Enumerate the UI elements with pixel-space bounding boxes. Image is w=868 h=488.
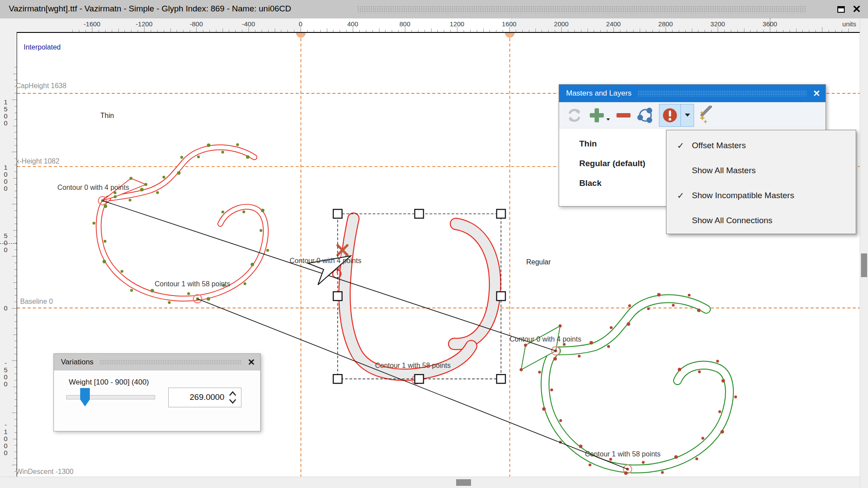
glyph-regular-master[interactable] (520, 299, 730, 473)
control-point-dot[interactable] (550, 388, 553, 391)
control-point-dot[interactable] (236, 143, 239, 146)
control-point-dot[interactable] (244, 282, 246, 285)
control-point-dot[interactable] (628, 304, 631, 307)
control-point-dot[interactable] (246, 155, 249, 159)
control-point-dot[interactable] (92, 222, 95, 224)
control-point-dot[interactable] (734, 395, 737, 398)
maximize-button[interactable] (835, 4, 847, 15)
close-button[interactable]: ✕ (850, 4, 863, 15)
control-point-dot[interactable] (559, 419, 562, 422)
variations-panel-close-button[interactable]: ✕ (248, 357, 255, 367)
control-point-dot[interactable] (128, 199, 131, 201)
menu-item-show-all-connections[interactable]: Show All Connections (666, 208, 856, 233)
horizontal-scrollbar[interactable] (0, 477, 860, 488)
origin-marker[interactable] (296, 33, 306, 38)
control-point-dot[interactable] (716, 360, 719, 362)
ruler-tick (12, 413, 17, 413)
control-point-dot[interactable] (624, 471, 627, 475)
control-point-dot[interactable] (542, 407, 546, 411)
control-point-dot[interactable] (207, 297, 210, 301)
control-point-dot[interactable] (266, 249, 269, 252)
spinner-arrows-icon[interactable] (227, 390, 238, 406)
ruler-number: 1 0 0 0 (0, 164, 11, 192)
control-point-dot[interactable] (103, 240, 106, 242)
control-point-dot[interactable] (610, 326, 613, 329)
menu-item-label: Offset Masters (692, 141, 746, 150)
control-point-dot[interactable] (163, 176, 165, 178)
control-point-dot[interactable] (140, 188, 144, 191)
control-point-dot[interactable] (588, 463, 591, 466)
control-point-dot[interactable] (609, 458, 612, 460)
show-incompatible-button[interactable] (659, 104, 681, 127)
control-point-dot[interactable] (251, 263, 254, 266)
control-point-dot[interactable] (104, 204, 107, 208)
control-point-dot[interactable] (113, 191, 116, 194)
magic-wand-button[interactable] (697, 104, 719, 127)
horizontal-scrollbar-thumb[interactable] (456, 479, 471, 486)
weight-slider-handle[interactable] (80, 388, 90, 406)
control-point-dot[interactable] (261, 209, 264, 212)
control-point-dot[interactable] (156, 191, 159, 194)
control-point-dot[interactable] (168, 301, 170, 304)
add-master-dropdown-arrow[interactable] (606, 118, 610, 121)
masters-panel-titlebar[interactable]: Masters and Layers ✕ (559, 85, 825, 102)
control-point-dot[interactable] (647, 307, 650, 310)
control-point-dot[interactable] (553, 357, 557, 360)
control-point-dot[interactable] (627, 322, 630, 326)
menu-item-offset-masters[interactable]: ✓ Offset Masters (666, 133, 856, 158)
control-point-dot[interactable] (718, 410, 721, 413)
control-point-dot[interactable] (221, 151, 224, 153)
control-point-dot[interactable] (563, 343, 566, 346)
control-point-dot[interactable] (657, 293, 661, 296)
control-point-dot[interactable] (698, 370, 701, 373)
remove-master-button[interactable] (613, 104, 634, 127)
masters-panel-close-button[interactable]: ✕ (813, 88, 820, 99)
control-point-dot[interactable] (103, 260, 106, 263)
control-point-dot[interactable] (187, 292, 190, 295)
control-point-dot[interactable] (197, 155, 200, 158)
control-point-dot[interactable] (701, 437, 704, 439)
add-master-button[interactable] (585, 104, 613, 127)
advance-width-marker[interactable] (505, 33, 514, 38)
window-titlebar[interactable]: Vazirmatn[wght].ttf - Vazirmatn - Simple… (0, 0, 868, 18)
menu-item-show-incompatible-masters[interactable]: ✓ Show Incompatible Masters (666, 183, 856, 208)
variations-panel-titlebar[interactable]: Variations ✕ (54, 354, 260, 370)
control-point-dot[interactable] (579, 445, 582, 448)
control-point-dot[interactable] (242, 210, 245, 213)
control-point-dot[interactable] (180, 156, 183, 159)
incompatible-dropdown-button[interactable] (681, 104, 694, 127)
ruler-tick (124, 30, 125, 32)
control-point-dot[interactable] (578, 355, 581, 357)
control-point-dot[interactable] (120, 270, 123, 273)
glyph-interpolated-selected[interactable] (333, 219, 495, 384)
control-point-dot[interactable] (661, 471, 664, 474)
control-point-dot[interactable] (538, 371, 541, 374)
control-point-dot[interactable] (642, 461, 645, 463)
control-point-dot[interactable] (688, 294, 691, 296)
control-point-dot[interactable] (722, 379, 725, 383)
regular-contour0-quad[interactable] (521, 326, 560, 370)
control-point-dot[interactable] (672, 304, 674, 306)
weight-value-spinbox[interactable]: 269.0000 (168, 388, 241, 407)
control-point-dot[interactable] (589, 341, 593, 345)
control-point-dot[interactable] (150, 289, 154, 292)
control-point-dot[interactable] (697, 309, 701, 312)
control-point-dot[interactable] (259, 229, 262, 232)
menu-item-show-all-masters[interactable]: Show All Masters (666, 158, 856, 183)
control-point-dot[interactable] (678, 368, 681, 371)
control-point-dot[interactable] (221, 210, 224, 213)
vertical-scrollbar[interactable] (860, 18, 868, 488)
ruler-tick (483, 28, 484, 32)
weight-slider-track[interactable] (66, 395, 155, 399)
vertical-scrollbar-thumb[interactable] (861, 253, 867, 277)
control-point-dot[interactable] (607, 345, 610, 348)
glyph-thin-master[interactable] (98, 147, 266, 303)
connections-button[interactable] (634, 104, 656, 127)
control-point-dot[interactable] (130, 289, 133, 292)
control-point-dot[interactable] (674, 455, 678, 459)
control-point-dot[interactable] (177, 171, 181, 175)
refresh-masters-button[interactable] (563, 104, 585, 127)
control-point-dot[interactable] (720, 430, 724, 434)
control-point-dot[interactable] (695, 457, 698, 460)
control-point-dot[interactable] (207, 143, 210, 147)
